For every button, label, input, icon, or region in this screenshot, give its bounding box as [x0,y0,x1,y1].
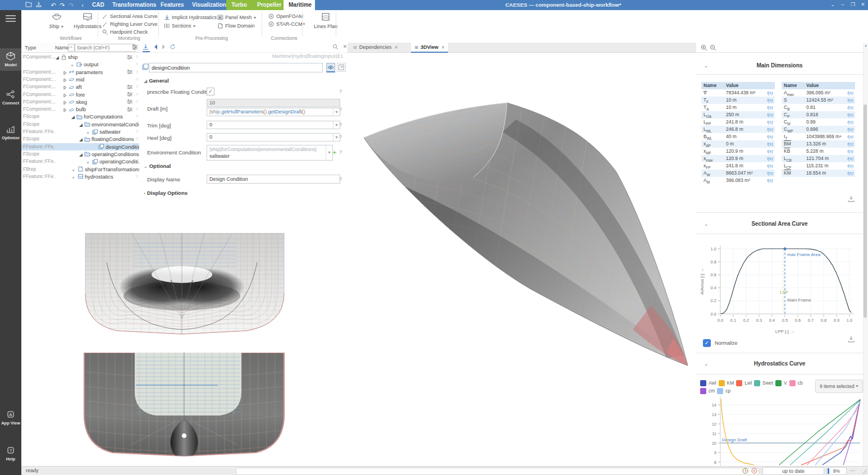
expand-window-button[interactable] [337,63,346,72]
menu-features[interactable]: Features [156,0,187,10]
fx-link[interactable]: f(x) [763,140,775,148]
normalize-checkbox[interactable]: ✓ [703,339,711,347]
bow-body-render[interactable] [77,353,291,462]
tree-row-floatingConditions[interactable]: FScope floatingConditions ? [21,135,139,143]
export-chart-icon[interactable] [848,336,855,344]
expander-icon[interactable] [79,152,84,157]
tree-row-forComputations[interactable]: FScope forComputations ? [21,113,139,120]
tool-openfoam[interactable]: OpenFOAM [268,13,303,20]
scroll-up-icon[interactable]: ▲ [864,44,867,47]
tool-star-ccm-[interactable]: STAR-CCM+ [268,21,305,28]
dropdown-caret-icon[interactable]: ▼ [326,145,332,159]
tool-ship[interactable]: Ship▼ [47,12,66,29]
tab-dependencies[interactable]: ⊞Dependencies✕ [350,43,401,52]
tool-lines-plan[interactable]: Lines Plan [308,12,344,29]
legend-KM[interactable]: KM [719,380,734,386]
tree-row-environmentalCondi-[interactable]: FScope environmentalCondi... ? [21,121,139,128]
tool-righting-lever-curve[interactable]: Righting Lever Curve [102,21,158,28]
legend-cm[interactable]: cm [700,387,715,394]
search-input[interactable] [75,44,135,52]
prescribe-checkbox[interactable]: ✓ [207,88,214,95]
legend-Lwl[interactable]: Lwl [736,380,752,386]
close-button[interactable]: ✕ [858,0,868,10]
hamburger-menu-icon[interactable] [0,15,21,24]
scrollbar-thumb[interactable] [864,104,867,318]
display-name-input[interactable]: Design Condition [207,175,340,184]
configure-icon[interactable] [127,92,133,97]
items-selected-dropdown[interactable]: 9 items selected▼ [815,380,863,393]
sidebar-item-optimize[interactable]: Optimize [0,121,21,144]
hydrostatics-chart[interactable]: 891011121314Design Draft [696,396,863,466]
section-general[interactable]: ◢General [144,77,169,84]
configure-icon[interactable] [127,84,133,90]
tool-flow-domain[interactable]: Flow Domain [217,22,255,29]
tree-row-output[interactable]: + output ? [21,61,139,68]
fx-link[interactable]: f(x) [763,104,775,111]
tree-row-parameters[interactable]: FComponent:... parameters ? [21,68,139,76]
fx-link[interactable]: f(x) [763,111,775,118]
history-clock-icon[interactable] [742,468,748,475]
expander-icon[interactable] [71,114,76,119]
tab-close-icon[interactable]: ✕ [441,45,445,50]
legend-cp[interactable]: cp [717,387,730,394]
aft-body-render[interactable] [77,233,292,340]
tool-hydrostatics[interactable]: Hydrostatics [70,12,106,29]
visibility-eye-button[interactable] [326,63,335,72]
configure-icon[interactable] [127,69,133,75]
tree-row-fore[interactable]: FComponent:... fore ? [21,91,139,98]
legend-cb[interactable]: cb [789,380,803,386]
tab-3dview[interactable]: ⊞3DView✕ [411,43,448,53]
resize-grip[interactable] [862,469,867,475]
fx-link[interactable]: f(x) [843,126,855,133]
expander-icon[interactable] [63,77,68,82]
tree-row-saltwater[interactable]: FFeature::FFe... + saltwater ? [21,128,139,135]
menu-turbo[interactable]: Turbo [226,0,252,10]
fx-link[interactable]: f(x) [843,148,855,155]
expander-icon[interactable]: + [86,129,92,134]
fx-link[interactable]: f(x) [763,118,775,126]
export-table-icon[interactable] [848,195,855,203]
menu-propeller[interactable]: Propeller [252,0,284,10]
configure-icon[interactable] [127,107,133,112]
save-icon[interactable] [35,1,43,9]
legend-Swet[interactable]: Swet [754,380,773,386]
expander-icon[interactable]: + [71,62,76,67]
fx-link[interactable]: f(x) [843,89,855,97]
expander-icon[interactable]: + [72,167,77,172]
tree-col-type[interactable]: Type [25,44,36,51]
heel-input[interactable]: 0▼ [207,133,340,141]
fx-link[interactable]: f(x) [843,140,855,148]
fx-link[interactable]: f(x) [843,111,855,118]
add-icon[interactable]: + [332,148,337,157]
legend-V[interactable]: V [775,380,787,386]
sidebar-item-help[interactable]: ?Help [0,442,21,465]
tree-row-ship[interactable]: FComponent:... ship ? [21,53,139,61]
fx-link[interactable]: f(x) [843,162,855,170]
trim-input[interactable]: 0▼ [207,121,340,129]
tool-panel-mesh[interactable]: Panel Mesh▼ [217,14,257,21]
configure-icon[interactable] [127,54,133,60]
expander-icon[interactable] [63,92,68,97]
expander-icon[interactable] [63,70,68,75]
update-status[interactable]: up to date [762,467,824,475]
find-icon[interactable] [332,44,340,51]
open-file-icon[interactable] [25,1,33,9]
tool-sections[interactable]: Sections▼ [164,22,196,29]
configure-icon[interactable] [127,99,133,104]
tree-row-aft[interactable]: FComponent:... aft ? [21,83,139,90]
sidebar-item-connect[interactable]: Connect [0,86,21,109]
refresh-icon[interactable] [170,44,177,51]
abort-icon[interactable] [751,468,757,475]
window-dropdown-icon[interactable]: ⌄ [828,0,838,10]
fx-link[interactable]: f(x) [763,162,775,170]
tree-row-shipForTransformations[interactable]: FBrep + shipForTransformations ? [21,166,139,173]
filter-icon[interactable] [132,44,138,51]
tree-row-mid[interactable]: FComponent:... mid ? [21,76,139,83]
sort-indicator[interactable]: ^ [68,44,75,52]
tree-row-hydrostatics[interactable]: FFeature::FFe... + hydrostatics ? [21,173,139,180]
expander-icon[interactable]: + [86,159,92,164]
maximize-button[interactable]: ❐ [848,0,858,10]
zoom-in-icon[interactable] [701,44,707,52]
legend-Awl[interactable]: Awl [700,380,716,386]
expander-icon[interactable]: + [72,174,77,179]
